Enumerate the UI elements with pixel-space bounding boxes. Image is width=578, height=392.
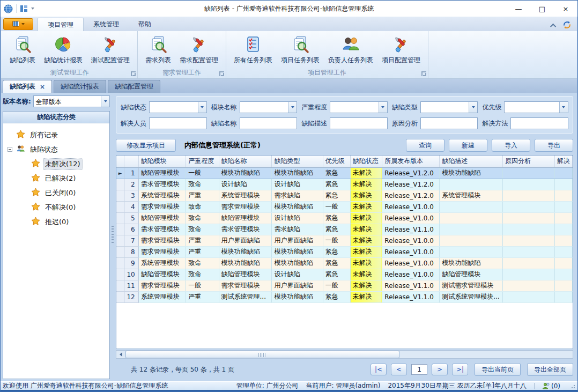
action-button-1[interactable]: 查询 — [406, 139, 444, 152]
collapse-ribbon-icon[interactable] — [550, 24, 556, 29]
ribbon-button-label: 测试配置管理 — [91, 56, 130, 65]
tree-item[interactable]: 已关闭(0) — [3, 186, 109, 200]
table-row[interactable]: 7需求管理模块严重用户界面缺陷用户界面缺陷一般未解决Release_V1.0.0 — [116, 235, 573, 246]
tools-icon — [101, 35, 120, 54]
star-icon — [16, 130, 28, 140]
document-tab-1[interactable]: 缺陷列表× — [3, 80, 52, 93]
filter-label: 解决方法 — [482, 119, 508, 128]
ribbon-button[interactable]: 缺陷统计报表 — [40, 33, 87, 66]
ribbon-button[interactable]: 需求配置管理 — [175, 33, 223, 66]
grid-cell: 紧急 — [323, 291, 350, 302]
table-row[interactable]: 9系统管理模块致命模块功能缺陷模块功能缺陷紧急未解决Release_V1.0.0… — [116, 257, 573, 269]
tree-item[interactable]: 已解决(2) — [3, 171, 109, 186]
combo-dropdown-button[interactable] — [101, 96, 109, 107]
minimize-button[interactable]: — — [507, 1, 530, 17]
table-row[interactable]: ►1缺陷管理模块一般模块功能缺陷模块功能缺陷紧急未解决Release_V1.2.… — [116, 167, 573, 179]
ribbon-button[interactable]: 负责人任务列表 — [324, 33, 377, 66]
table-row[interactable]: 10缺陷管理模块致命缺陷管理模块设计缺陷紧急未解决Release_V1.0.0缺… — [116, 269, 573, 280]
table-row[interactable]: 6需求管理模块致命需求管理模块需求缺陷紧急未解决Release_V1.1.0 — [116, 224, 573, 235]
collapse-node-icon[interactable] — [8, 147, 12, 152]
toolbar-dropdown-icon[interactable] — [31, 8, 34, 10]
tree-item[interactable]: 所有记录 — [3, 128, 109, 142]
export-all-pages-button[interactable]: 导出全部页 — [527, 363, 573, 376]
table-row[interactable]: 5缺陷管理模块致命缺陷管理模块设计缺陷紧急未解决Release_V1.0.0 — [116, 212, 573, 224]
ribbon-button[interactable]: 缺陷列表 — [5, 33, 40, 66]
action-button-3[interactable]: 导入 — [492, 139, 530, 152]
action-button-4[interactable]: 导出 — [535, 139, 573, 152]
maximize-button[interactable]: □ — [530, 1, 554, 17]
version-combobox[interactable]: 全部版本 — [33, 95, 110, 107]
grid-column-header[interactable]: 原因分析 — [502, 156, 554, 167]
grid-column-header[interactable]: 严重程度 — [186, 156, 219, 167]
combo-dropdown-button[interactable] — [559, 102, 568, 113]
ribbon-button[interactable]: 所有任务列表 — [229, 33, 277, 66]
grid-column-header[interactable]: 缺陷状态 — [350, 156, 382, 167]
first-page-button[interactable]: |< — [370, 364, 387, 375]
customize-toolbar-icon[interactable] — [20, 5, 28, 12]
filter-text-input[interactable] — [510, 117, 568, 129]
table-row[interactable]: 11需求管理模块一般需求管理模块用户界面缺陷一般未解决Release_V1.1.… — [116, 280, 573, 291]
close-tab-icon[interactable]: × — [40, 83, 45, 91]
grid-column-header[interactable]: 缺陷名称 — [219, 156, 272, 167]
combo-dropdown-button[interactable] — [198, 102, 206, 113]
close-button[interactable]: × — [554, 1, 577, 17]
ribbon-tab-3[interactable]: 帮助 — [129, 18, 161, 31]
ribbon-tab-2[interactable]: 系统管理 — [84, 18, 129, 31]
help-sync-icon[interactable] — [562, 20, 572, 31]
tree-item[interactable]: 缺陷状态 — [3, 142, 109, 157]
grid-column-header[interactable]: 缺陷模块 — [138, 156, 186, 167]
tree-item[interactable]: 不解决(0) — [3, 200, 109, 215]
dialog-launcher-icon[interactable] — [421, 71, 426, 76]
filter-combobox[interactable] — [149, 101, 207, 113]
table-row[interactable]: 8需求管理模块严重模块功能缺陷模块功能缺陷紧急未解决Release_V1.0.0 — [116, 246, 573, 257]
document-tab-2[interactable]: 缺陷统计报表 — [54, 80, 106, 93]
filter-combobox[interactable] — [240, 101, 298, 113]
dialog-launcher-icon[interactable] — [131, 71, 136, 76]
table-row[interactable]: 3系统管理模块严重系统管理模块需求缺陷紧急未解决Release_V1.2.0系统… — [116, 190, 573, 201]
grid-column-header[interactable]: 缺陷描述 — [440, 156, 503, 167]
modify-columns-button[interactable]: 修改显示项目 — [116, 139, 176, 152]
scroll-left-icon[interactable] — [116, 351, 125, 358]
grid-column-header[interactable] — [124, 156, 138, 167]
table-row[interactable]: 12系统管理模块严重测试系统管理...模块功能缺陷紧急未解决Release_V1… — [116, 291, 573, 302]
grid-column-header[interactable]: 解决 — [554, 156, 572, 167]
action-button-2[interactable]: 新建 — [449, 139, 487, 152]
filter-text-input[interactable] — [240, 117, 298, 129]
combo-dropdown-button[interactable] — [469, 102, 477, 113]
prev-page-button[interactable]: < — [391, 364, 407, 375]
filter-combobox[interactable] — [330, 101, 388, 113]
filter-text-input[interactable] — [149, 117, 207, 129]
message-badge[interactable]: (0) — [542, 382, 560, 390]
tree-item[interactable]: 推迟(0) — [3, 215, 109, 229]
document-tab-3[interactable]: 缺陷配置管理 — [108, 80, 160, 93]
table-row[interactable]: 4需求管理模块致命需求管理模块模块功能缺陷一般未解决Release_V1.0.0 — [116, 201, 573, 212]
filter-combobox[interactable] — [504, 101, 568, 113]
grid-cell: Release_V1.0.0 — [382, 212, 440, 224]
next-page-button[interactable]: > — [432, 364, 448, 375]
grid-column-header[interactable]: 优先级 — [323, 156, 350, 167]
ribbon-button[interactable]: 项目任务列表 — [277, 33, 324, 66]
combo-dropdown-button[interactable] — [288, 102, 297, 113]
grid-column-header[interactable] — [116, 156, 124, 167]
scrollbar-thumb[interactable] — [125, 351, 399, 358]
last-page-button[interactable]: >| — [452, 364, 468, 375]
ribbon-button[interactable]: 测试配置管理 — [87, 33, 134, 66]
grid-cell: Release_V1.1.0 — [382, 291, 440, 302]
application-menu-button[interactable] — [3, 18, 33, 30]
ribbon-button[interactable]: 项目配置管理 — [377, 33, 425, 66]
filter-text-input[interactable] — [420, 117, 478, 129]
combo-dropdown-button[interactable] — [379, 102, 387, 113]
grid-column-header[interactable]: 所属发布版本 — [382, 156, 440, 167]
grid-column-header[interactable]: 缺陷类型 — [272, 156, 323, 167]
table-row[interactable]: 2需求管理模块致命设计缺陷设计缺陷紧急未解决Release_V1.2.0 — [116, 179, 573, 190]
dialog-launcher-icon[interactable] — [219, 71, 224, 76]
ribbon-button[interactable]: 需求列表 — [141, 33, 175, 66]
panel-splitter[interactable] — [111, 95, 114, 379]
filter-combobox[interactable] — [420, 101, 478, 113]
page-number-input[interactable]: 1 — [411, 364, 427, 375]
horizontal-scrollbar[interactable] — [116, 350, 573, 359]
tree-item[interactable]: 未解决(12) — [3, 157, 109, 171]
ribbon-tab-1[interactable]: 项目管理 — [38, 18, 84, 31]
filter-text-input[interactable] — [330, 117, 388, 129]
export-current-page-button[interactable]: 导出当前页 — [475, 363, 521, 376]
